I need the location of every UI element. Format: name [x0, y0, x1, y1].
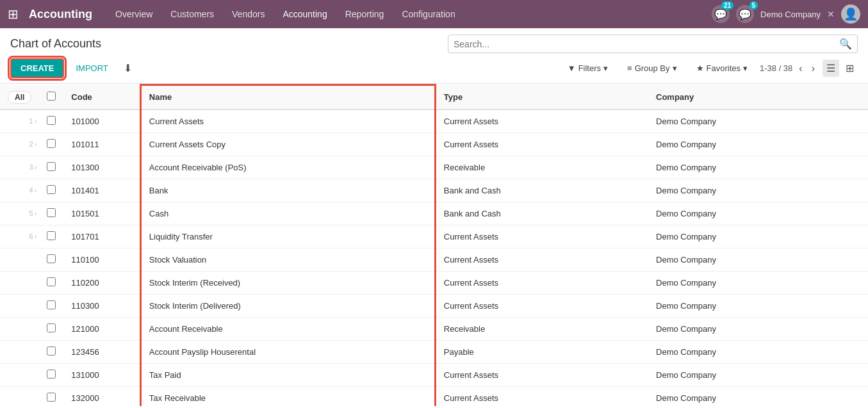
row-checkbox[interactable] — [39, 202, 63, 225]
chat-badge: 21 — [721, 1, 733, 10]
search-icon: 🔍 — [839, 38, 852, 50]
row-checkbox[interactable] — [39, 317, 63, 340]
import-button[interactable]: IMPORT — [69, 60, 114, 77]
table-row[interactable]: 132000 Tax Receivable Current Assets Dem… — [0, 386, 868, 406]
search-bar[interactable]: 🔍 — [448, 35, 858, 53]
row-name: Cash — [140, 202, 435, 225]
table-row[interactable]: 121000 Account Receivable Receivable Dem… — [0, 317, 868, 340]
row-checkbox[interactable] — [39, 248, 63, 271]
filter-icon: ▼ — [568, 63, 576, 73]
nav-configuration[interactable]: Configuration — [394, 5, 463, 23]
row-type: Current Assets — [435, 271, 648, 294]
next-page-button[interactable]: › — [809, 61, 817, 76]
row-type: Current Assets — [435, 110, 648, 133]
row-checkbox[interactable] — [39, 110, 63, 133]
row-select-checkbox[interactable] — [47, 323, 56, 332]
all-tab[interactable]: All — [8, 91, 31, 104]
row-checkbox[interactable] — [39, 225, 63, 248]
row-checkbox[interactable] — [39, 294, 63, 317]
row-checkbox[interactable] — [39, 386, 63, 406]
row-select-checkbox[interactable] — [47, 116, 56, 125]
row-code: 110100 — [63, 248, 140, 271]
row-number: 1› — [0, 110, 39, 133]
row-name: Bank — [140, 179, 435, 202]
table-row[interactable]: 110100 Stock Valuation Current Assets De… — [0, 248, 868, 271]
nav-customers[interactable]: Customers — [163, 5, 222, 23]
row-checkbox[interactable] — [39, 133, 63, 156]
row-select-checkbox[interactable] — [47, 208, 56, 217]
row-name: Account Payslip Houserental — [140, 340, 435, 363]
select-all-checkbox[interactable] — [47, 92, 56, 101]
row-select-checkbox[interactable] — [47, 254, 56, 263]
row-number: 2› — [0, 133, 39, 156]
table-row[interactable]: 123456 Account Payslip Houserental Payab… — [0, 340, 868, 363]
row-number: 4› — [0, 179, 39, 202]
table-row[interactable]: 3› 101300 Account Receivable (PoS) Recei… — [0, 156, 868, 179]
topbar-right: 💬 21 💬 5 Demo Company ✕ 👤 — [712, 4, 860, 24]
table-row[interactable]: 4› 101401 Bank Bank and Cash Demo Compan… — [0, 179, 868, 202]
view-toggle: ☰ ⊞ — [823, 60, 858, 77]
row-select-checkbox[interactable] — [47, 347, 56, 355]
list-view-button[interactable]: ☰ — [823, 60, 839, 77]
row-name: Account Receivable — [140, 317, 435, 340]
row-select-checkbox[interactable] — [47, 162, 56, 171]
checkbox-header — [39, 85, 63, 110]
groupby-button[interactable]: ≡ Group By ▾ — [620, 60, 684, 77]
create-button[interactable]: CREATE — [10, 58, 64, 78]
row-number — [0, 317, 39, 340]
row-select-checkbox[interactable] — [47, 185, 56, 194]
chat-icon[interactable]: 💬 21 — [712, 5, 730, 23]
row-checkbox[interactable] — [39, 363, 63, 386]
top-navbar: ⊞ Accounting Overview Customers Vendors … — [0, 0, 868, 28]
nav-overview[interactable]: Overview — [108, 5, 160, 23]
nav-accounting[interactable]: Accounting — [275, 5, 334, 23]
message-icon[interactable]: 💬 5 — [736, 5, 754, 23]
row-type: Bank and Cash — [435, 179, 648, 202]
row-type: Current Assets — [435, 248, 648, 271]
table-row[interactable]: 5› 101501 Cash Bank and Cash Demo Compan… — [0, 202, 868, 225]
table-row[interactable]: 110300 Stock Interim (Delivered) Current… — [0, 294, 868, 317]
row-select-checkbox[interactable] — [47, 300, 56, 309]
row-select-checkbox[interactable] — [47, 231, 56, 240]
row-checkbox[interactable] — [39, 340, 63, 363]
kanban-view-button[interactable]: ⊞ — [842, 60, 858, 77]
favorites-button[interactable]: ★ Favorites ▾ — [689, 60, 755, 77]
type-header[interactable]: Type — [435, 85, 648, 110]
row-select-checkbox[interactable] — [47, 277, 56, 286]
row-checkbox[interactable] — [39, 271, 63, 294]
row-company: Demo Company — [648, 225, 868, 248]
nav-reporting[interactable]: Reporting — [338, 5, 392, 23]
close-icon[interactable]: ✕ — [827, 9, 835, 19]
message-badge: 5 — [749, 1, 758, 10]
nav-vendors[interactable]: Vendors — [224, 5, 272, 23]
chevron-down-icon: ▾ — [743, 63, 748, 73]
row-name: Current Assets — [140, 110, 435, 133]
row-number — [0, 294, 39, 317]
filters-button[interactable]: ▼ Filters ▾ — [561, 60, 615, 77]
user-avatar[interactable]: 👤 — [841, 4, 860, 24]
download-button[interactable]: ⬇ — [120, 60, 136, 77]
table-row[interactable]: 110200 Stock Interim (Received) Current … — [0, 271, 868, 294]
row-type: Payable — [435, 340, 648, 363]
name-header[interactable]: Name — [140, 85, 435, 110]
table-container: All Code Name Type Company 1› 101000 Cur… — [0, 84, 868, 406]
company-selector[interactable]: Demo Company — [760, 10, 821, 19]
row-select-checkbox[interactable] — [47, 370, 56, 379]
row-company: Demo Company — [648, 363, 868, 386]
row-type: Current Assets — [435, 363, 648, 386]
row-checkbox[interactable] — [39, 156, 63, 179]
search-input[interactable] — [454, 39, 839, 49]
app-title: Accounting — [29, 8, 92, 21]
table-header-row: All Code Name Type Company — [0, 85, 868, 110]
grid-menu-icon[interactable]: ⊞ — [8, 6, 19, 22]
prev-page-button[interactable]: ‹ — [796, 61, 805, 76]
code-header[interactable]: Code — [63, 85, 140, 110]
table-row[interactable]: 131000 Tax Paid Current Assets Demo Comp… — [0, 363, 868, 386]
company-header[interactable]: Company — [648, 85, 868, 110]
row-select-checkbox[interactable] — [47, 139, 56, 148]
table-row[interactable]: 6› 101701 Liquidity Transfer Current Ass… — [0, 225, 868, 248]
table-row[interactable]: 2› 101011 Current Assets Copy Current As… — [0, 133, 868, 156]
row-select-checkbox[interactable] — [47, 393, 56, 402]
table-row[interactable]: 1› 101000 Current Assets Current Assets … — [0, 110, 868, 133]
row-checkbox[interactable] — [39, 179, 63, 202]
